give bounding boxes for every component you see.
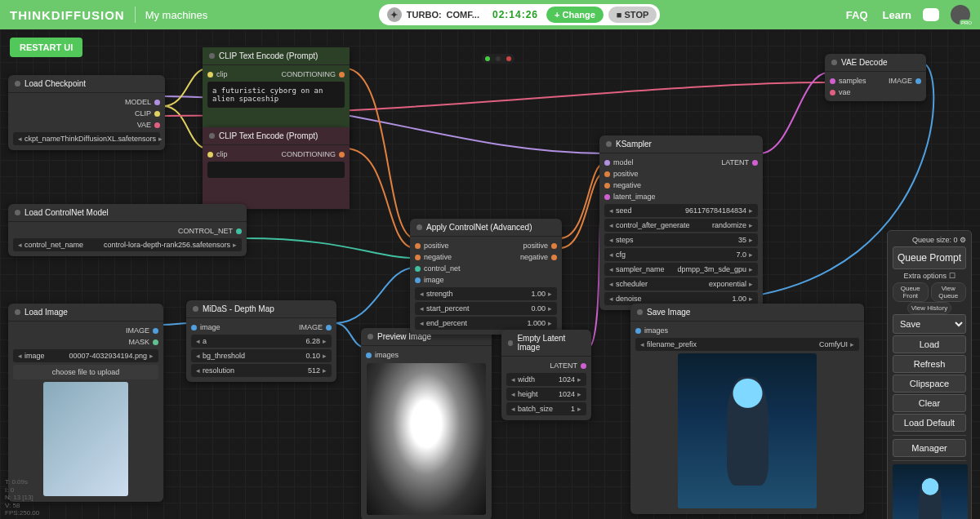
prompt-textarea[interactable] [207, 162, 345, 178]
extra-options-checkbox[interactable]: Extra options ☐ [893, 272, 966, 280]
input-negative: negative [613, 181, 641, 189]
node-apply-controlnet-advanced[interactable]: Apply ControlNet (Advanced) positiveposi… [410, 219, 562, 335]
input-latent-image: latent_image [613, 193, 656, 201]
input-positive: positive [613, 170, 639, 178]
control-after-generate-widget[interactable]: control_after_generaterandomize [604, 219, 758, 232]
image-file-widget[interactable]: image00007-4032934194.png [13, 349, 158, 362]
queue-prompt-button[interactable]: Queue Prompt [893, 246, 966, 269]
traffic-light-indicator [482, 54, 514, 64]
change-button[interactable]: + Change [546, 7, 604, 23]
machine-status-pill: ✦ TURBO: COMF... 02:14:26 + Change ■ STO… [379, 4, 660, 25]
output-conditioning: CONDITIONING [282, 150, 336, 158]
saved-image-preview [678, 353, 817, 508]
load-default-button[interactable]: Load Default [893, 414, 966, 432]
output-image: IMAGE [299, 323, 323, 331]
output-mask: MASK [128, 338, 149, 346]
machine-status[interactable]: ✦ TURBO: COMF... [382, 7, 484, 22]
node-vae-decode[interactable]: VAE Decode samplesIMAGE vae [825, 54, 926, 101]
start-percent-widget[interactable]: start_percent0.00 [415, 302, 557, 315]
node-save-image[interactable]: Save Image images filename_prefixComfyUI [630, 304, 864, 514]
top-bar: THINKDIFFUSION My machines ✦ TURBO: COMF… [0, 0, 980, 29]
midas-a-widget[interactable]: a6.28 [191, 335, 332, 348]
queue-front-button[interactable]: Queue Front [893, 282, 929, 302]
output-control-net: CONTROL_NET [178, 227, 233, 235]
queue-size-label: Queue size: 0 ⚙ [893, 236, 966, 244]
output-image: IMAGE [126, 326, 149, 335]
status-name-label: COMF... [447, 10, 479, 20]
restart-ui-button[interactable]: RESTART UI [10, 38, 82, 57]
input-clip: clip [216, 70, 228, 78]
input-negative: negative [424, 253, 452, 261]
my-machines-link[interactable]: My machines [145, 9, 208, 21]
node-load-checkpoint[interactable]: Load Checkpoint MODEL CLIP VAE ckpt_name… [8, 75, 165, 150]
input-vae: vae [839, 88, 851, 96]
input-samples: samples [839, 77, 866, 85]
node-title: MiDaS - Depth Map [203, 304, 274, 313]
cfg-widget[interactable]: cfg7.0 [604, 248, 758, 261]
input-image: image [424, 276, 444, 284]
node-title: Load ControlNet Model [24, 208, 109, 217]
input-images: images [644, 326, 668, 335]
output-latent: LATENT [550, 362, 577, 370]
output-image: IMAGE [889, 77, 912, 85]
input-clip: clip [216, 150, 228, 158]
load-button[interactable]: Load [893, 335, 966, 353]
result-thumbnail[interactable] [893, 464, 968, 519]
clipspace-button[interactable]: Clipspace [893, 375, 966, 393]
stop-button[interactable]: ■ STOP [608, 7, 657, 23]
save-select[interactable]: Save [893, 314, 966, 334]
scheduler-widget[interactable]: schedulerexponential [604, 277, 758, 291]
sampler-name-widget[interactable]: sampler_namedpmpp_3m_sde_gpu [604, 263, 758, 276]
node-canvas[interactable]: RESTART UI T: 0.09sI: 0N: 13 [13]V: 58FP… [0, 29, 980, 519]
status-mode-label: TURBO: [407, 10, 442, 20]
midas-bg-threshold-widget[interactable]: bg_threshold0.10 [191, 349, 332, 362]
output-clip: CLIP [135, 109, 151, 118]
midas-resolution-widget[interactable]: resolution512 [191, 364, 332, 377]
view-queue-button[interactable]: View Queue [931, 282, 967, 302]
node-load-controlnet-model[interactable]: Load ControlNet Model CONTROL_NET contro… [8, 204, 247, 256]
choose-file-button[interactable]: choose file to upload [13, 365, 158, 379]
output-negative: negative [520, 253, 548, 261]
input-image: image [200, 323, 220, 331]
node-title: Load Image [24, 308, 68, 317]
loaded-image-preview [43, 382, 128, 496]
height-widget[interactable]: height1024 [506, 388, 586, 401]
clear-button[interactable]: Clear [893, 394, 966, 412]
node-title: Load Checkpoint [24, 79, 86, 88]
view-history-button[interactable]: View History [907, 302, 951, 314]
batch-size-widget[interactable]: batch_size1 [506, 402, 586, 415]
control-panel[interactable]: Queue size: 0 ⚙ Queue Prompt Extra optio… [887, 230, 972, 519]
node-title: Empty Latent Image [517, 334, 585, 352]
node-ksampler[interactable]: KSampler modelLATENT positive negative l… [599, 135, 763, 310]
discord-icon[interactable] [923, 8, 939, 21]
output-model: MODEL [125, 98, 151, 106]
node-clip-text-encode-negative[interactable]: CLIP Text Encode (Prompt) clipCONDITIONI… [203, 127, 350, 209]
node-midas-depth-map[interactable]: MiDaS - Depth Map imageIMAGE a6.28 bg_th… [186, 300, 336, 382]
strength-widget[interactable]: strength1.00 [415, 287, 557, 300]
end-percent-widget[interactable]: end_percent1.000 [415, 317, 557, 330]
manager-button[interactable]: Manager [893, 439, 966, 457]
node-title: CLIP Text Encode (Prompt) [219, 131, 318, 140]
seed-widget[interactable]: seed961176784184834 [604, 204, 758, 217]
input-control-net: control_net [424, 264, 461, 273]
avatar[interactable] [951, 5, 970, 24]
output-vae: VAE [137, 121, 151, 129]
logo[interactable]: THINKDIFFUSION [10, 8, 125, 22]
node-title: Apply ControlNet (Advanced) [426, 223, 532, 232]
refresh-button[interactable]: Refresh [893, 355, 966, 373]
output-positive: positive [523, 242, 548, 250]
node-preview-image[interactable]: Preview Image images [361, 328, 492, 519]
prompt-textarea[interactable]: a futuristic cyborg on an alien spaceshi… [207, 82, 345, 108]
filename-prefix-widget[interactable]: filename_prefixComfyUI [635, 338, 859, 351]
width-widget[interactable]: width1024 [506, 373, 586, 386]
node-load-image[interactable]: Load Image IMAGE MASK image00007-4032934… [8, 304, 163, 502]
controlnet-name-widget[interactable]: control_net_namecontrol-lora-depth-rank2… [13, 238, 242, 251]
faq-link[interactable]: FAQ [846, 9, 868, 21]
learn-link[interactable]: Learn [883, 9, 911, 21]
node-clip-text-encode-positive[interactable]: CLIP Text Encode (Prompt) clipCONDITIONI… [203, 47, 350, 139]
node-empty-latent-image[interactable]: Empty Latent Image LATENT width1024 heig… [501, 330, 591, 420]
steps-widget[interactable]: steps35 [604, 233, 758, 246]
depth-map-preview [367, 363, 486, 515]
ckpt-name-widget[interactable]: ckpt_nameThinkDiffusionXL.safetensors [13, 132, 160, 145]
canvas-stats: T: 0.09sI: 0N: 13 [13]V: 58FPS:250.00 [5, 478, 39, 517]
